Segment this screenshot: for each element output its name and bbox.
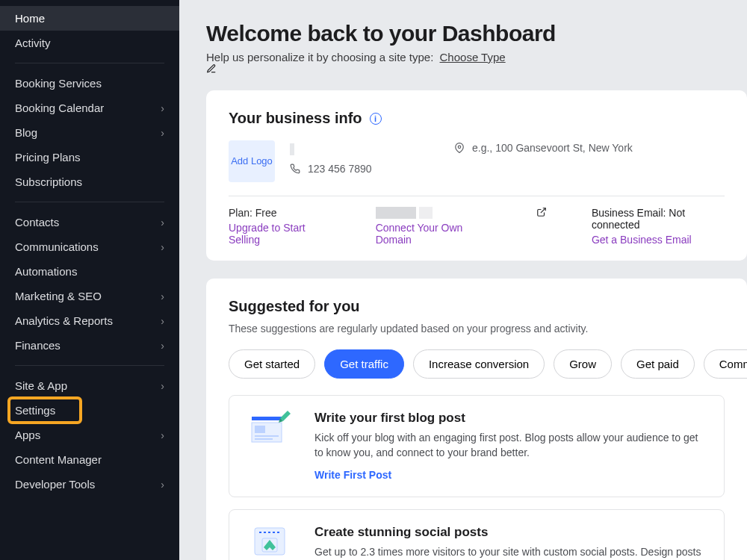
- sidebar-item-blog[interactable]: Blog ›: [0, 120, 179, 145]
- suggestion-body: Kick off your blog with an engaging firs…: [314, 430, 706, 461]
- card-heading: Your business info i: [229, 110, 725, 127]
- add-logo-button[interactable]: Add Logo: [229, 140, 275, 182]
- tab-get-started[interactable]: Get started: [229, 349, 315, 379]
- sidebar-item-booking-calendar[interactable]: Booking Calendar ›: [0, 96, 179, 120]
- sidebar-item-label: Developer Tools: [15, 478, 95, 491]
- suggestion-title: Create stunning social posts: [314, 525, 706, 540]
- sidebar-item-label: Contacts: [15, 216, 59, 228]
- external-link-icon[interactable]: [536, 207, 547, 217]
- chevron-right-icon: ›: [161, 315, 164, 327]
- edit-icon[interactable]: [206, 63, 747, 74]
- sidebar: Home Activity Booking Services Booking C…: [0, 0, 179, 560]
- plan-row: Plan: Free Upgrade to Start Selling Conn…: [229, 207, 725, 246]
- phone-value: 123 456 7890: [308, 163, 372, 175]
- sidebar-item-label: Site & App: [15, 379, 67, 392]
- page-title: Welcome back to your Dashboard: [206, 21, 747, 46]
- sidebar-item-label: Pricing Plans: [15, 151, 81, 164]
- sidebar-item-pricing-plans[interactable]: Pricing Plans: [0, 145, 179, 169]
- phone-icon: [290, 164, 300, 174]
- sidebar-item-marketing-seo[interactable]: Marketing & SEO ›: [0, 284, 179, 308]
- subtitle-text: Help us personalize it by choosing a sit…: [206, 51, 433, 63]
- sidebar-item-label: Marketing & SEO: [15, 290, 102, 302]
- suggested-subtitle: These suggestions are regularly updated …: [229, 323, 725, 335]
- chevron-right-icon: ›: [161, 217, 164, 228]
- tab-increase-conversion[interactable]: Increase conversion: [413, 349, 545, 379]
- svg-rect-2: [252, 417, 282, 420]
- domain-placeholder: [419, 207, 433, 219]
- chevron-right-icon: ›: [161, 479, 164, 491]
- tab-community[interactable]: Community: [704, 349, 747, 379]
- email-label: Business Email: Not connected: [592, 207, 725, 231]
- plan-label: Plan: Free: [229, 207, 331, 219]
- chevron-right-icon: ›: [161, 102, 164, 114]
- blog-post-icon: [247, 411, 292, 447]
- divider: [15, 202, 164, 202]
- sidebar-item-label: Analytics & Reports: [15, 314, 113, 327]
- get-email-link[interactable]: Get a Business Email: [592, 234, 725, 246]
- card-heading: Suggested for you: [229, 298, 725, 315]
- sidebar-item-automations[interactable]: Automations: [0, 259, 179, 284]
- location-icon: [454, 143, 465, 153]
- sidebar-item-label: Booking Services: [15, 77, 102, 90]
- business-name-placeholder: [290, 143, 439, 155]
- sidebar-item-analytics-reports[interactable]: Analytics & Reports ›: [0, 308, 179, 333]
- social-post-icon: [247, 525, 292, 560]
- svg-rect-4: [255, 426, 265, 433]
- connect-domain-link[interactable]: Connect Your Own Domain: [376, 222, 492, 246]
- heading-text: Your business info: [229, 110, 362, 127]
- sidebar-item-communications[interactable]: Communications ›: [0, 234, 179, 259]
- suggestion-tabs: Get started Get traffic Increase convers…: [229, 349, 725, 379]
- business-info-card: Your business info i Add Logo 123 456 78…: [206, 90, 747, 261]
- sidebar-item-content-manager[interactable]: Content Manager: [0, 447, 179, 472]
- sidebar-item-label: Blog: [15, 126, 37, 139]
- divider: [15, 365, 164, 366]
- main-content: Welcome back to your Dashboard Help us p…: [179, 0, 747, 560]
- tab-get-paid[interactable]: Get paid: [621, 349, 695, 379]
- suggestion-body: Get up to 2.3 times more visitors to you…: [314, 544, 706, 560]
- sidebar-item-subscriptions[interactable]: Subscriptions: [0, 169, 179, 194]
- info-icon[interactable]: i: [370, 113, 382, 125]
- sidebar-item-finances[interactable]: Finances ›: [0, 333, 179, 358]
- sidebar-item-label: Content Manager: [15, 453, 102, 466]
- sidebar-item-contacts[interactable]: Contacts ›: [0, 210, 179, 234]
- suggestion-title: Write your first blog post: [314, 411, 706, 426]
- sidebar-item-booking-services[interactable]: Booking Services: [0, 71, 179, 96]
- chevron-right-icon: ›: [161, 290, 164, 302]
- suggested-card: Suggested for you These suggestions are …: [206, 279, 747, 560]
- suggestion-item: Write your first blog post Kick off your…: [229, 395, 725, 497]
- svg-point-0: [458, 146, 461, 149]
- suggestion-item: Create stunning social posts Get up to 2…: [229, 509, 725, 560]
- tab-grow[interactable]: Grow: [554, 349, 612, 379]
- tab-get-traffic[interactable]: Get traffic: [324, 349, 404, 379]
- chevron-right-icon: ›: [161, 127, 164, 139]
- sidebar-item-label: Home: [15, 12, 45, 25]
- upgrade-link[interactable]: Upgrade to Start Selling: [229, 222, 331, 246]
- divider: [15, 63, 164, 63]
- sidebar-item-label: Communications: [15, 240, 99, 253]
- sidebar-item-label: Automations: [15, 265, 77, 278]
- chevron-right-icon: ›: [161, 340, 164, 352]
- chevron-right-icon: ›: [161, 241, 164, 253]
- sidebar-item-developer-tools[interactable]: Developer Tools ›: [0, 472, 179, 497]
- sidebar-item-label: Apps: [15, 429, 40, 441]
- write-first-post-link[interactable]: Write First Post: [314, 469, 391, 481]
- svg-line-1: [541, 208, 545, 213]
- business-details-row: Add Logo 123 456 7890 e.g., 100 G: [229, 140, 725, 196]
- sidebar-item-home[interactable]: Home: [0, 6, 179, 31]
- sidebar-item-label: Booking Calendar: [15, 102, 104, 114]
- sidebar-item-label: Settings: [15, 404, 55, 417]
- page-subtitle: Help us personalize it by choosing a sit…: [206, 51, 747, 74]
- domain-placeholder: [376, 207, 416, 219]
- sidebar-item-label: Activity: [15, 37, 51, 49]
- sidebar-item-site-app[interactable]: Site & App ›: [0, 373, 179, 398]
- choose-type-link[interactable]: Choose Type: [440, 51, 506, 63]
- sidebar-item-activity[interactable]: Activity: [0, 31, 179, 55]
- address-value: e.g., 100 Gansevoort St, New York: [472, 142, 633, 154]
- chevron-right-icon: ›: [161, 380, 164, 392]
- sidebar-item-label: Subscriptions: [15, 175, 82, 188]
- sidebar-item-settings[interactable]: Settings: [0, 398, 179, 423]
- sidebar-item-label: Finances: [15, 339, 61, 352]
- sidebar-item-apps[interactable]: Apps ›: [0, 423, 179, 447]
- chevron-right-icon: ›: [161, 429, 164, 441]
